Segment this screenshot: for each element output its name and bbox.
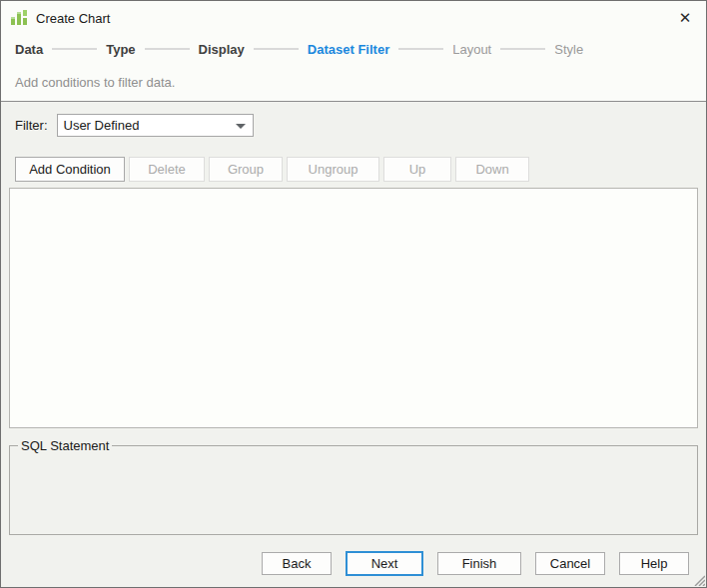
step-connector <box>500 48 545 50</box>
sql-statement-legend: SQL Statement <box>18 438 112 453</box>
help-button[interactable]: Help <box>619 552 689 575</box>
footer-buttons: Back Next Finish Cancel Help <box>1 551 706 576</box>
filter-dropdown-value: User Defined <box>64 118 140 133</box>
chevron-down-icon <box>236 124 246 129</box>
resize-grip[interactable] <box>691 572 705 586</box>
title-bar: Create Chart ✕ <box>1 1 706 35</box>
condition-toolbar: Add Condition Delete Group Ungroup Up Do… <box>15 157 692 182</box>
create-chart-dialog: Create Chart ✕ Data Type Display Dataset… <box>0 0 707 588</box>
filter-row: Filter: User Defined <box>15 114 692 137</box>
sql-statement-section: SQL Statement <box>9 438 698 535</box>
close-button[interactable]: ✕ <box>674 7 696 29</box>
step-connector <box>52 48 97 50</box>
down-button[interactable]: Down <box>455 157 529 182</box>
wizard-description: Add conditions to filter data. <box>1 63 706 90</box>
wizard-step-style[interactable]: Style <box>554 42 583 57</box>
back-button[interactable]: Back <box>262 552 332 575</box>
add-condition-button[interactable]: Add Condition <box>15 157 125 182</box>
up-button[interactable]: Up <box>383 157 451 182</box>
chart-icon <box>10 9 28 27</box>
delete-button[interactable]: Delete <box>129 157 205 182</box>
wizard-steps: Data Type Display Dataset Filter Layout … <box>1 35 706 63</box>
step-connector <box>145 48 190 50</box>
cancel-button[interactable]: Cancel <box>535 552 605 575</box>
next-button[interactable]: Next <box>346 551 423 576</box>
wizard-step-layout[interactable]: Layout <box>452 42 491 57</box>
wizard-step-dataset-filter[interactable]: Dataset Filter <box>308 42 389 57</box>
sql-statement-content <box>16 455 691 515</box>
filter-label: Filter: <box>15 118 48 133</box>
wizard-step-type[interactable]: Type <box>106 42 135 57</box>
close-icon: ✕ <box>679 9 692 26</box>
finish-button[interactable]: Finish <box>437 552 521 575</box>
condition-list <box>9 188 698 428</box>
wizard-step-data[interactable]: Data <box>15 42 43 57</box>
group-button[interactable]: Group <box>209 157 283 182</box>
step-connector <box>398 48 443 50</box>
wizard-step-display[interactable]: Display <box>199 42 245 57</box>
filter-dropdown[interactable]: User Defined <box>57 114 254 137</box>
step-connector <box>254 48 299 50</box>
dialog-header: Create Chart ✕ Data Type Display Dataset… <box>1 1 706 102</box>
ungroup-button[interactable]: Ungroup <box>287 157 379 182</box>
window-title: Create Chart <box>36 11 110 26</box>
